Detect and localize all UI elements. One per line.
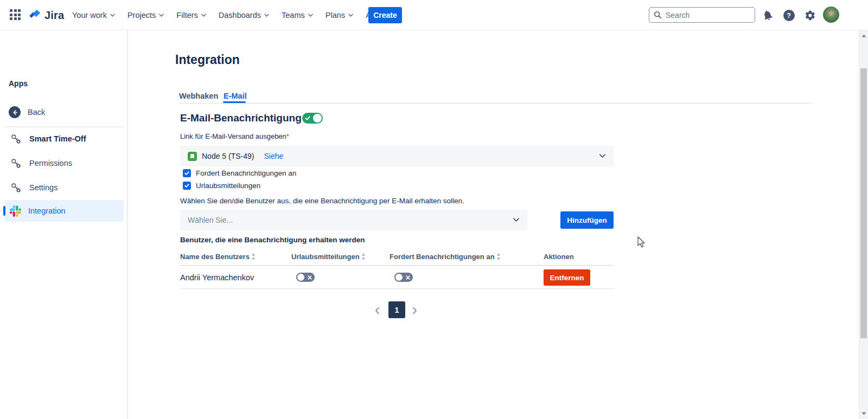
table-row-divider (180, 288, 614, 289)
vacation-toggle-off[interactable] (296, 273, 315, 282)
sidebar-item-settings[interactable]: slack-icon Settings (4, 177, 124, 198)
jira-logo[interactable]: Jira (28, 0, 64, 30)
tab-email[interactable]: E-Mail (224, 92, 247, 100)
sidebar-section-title: Apps (9, 79, 28, 88)
link-field-label: Link für E-Mail-Versand ausgeben* (180, 132, 289, 140)
key-gear-icon (10, 133, 22, 145)
checkbox-request-notifications[interactable]: Fordert Benachrichtigungen an (183, 169, 296, 177)
column-header-requests[interactable]: Fordert Benachrichtigungen an (390, 253, 501, 261)
sidebar-back-button[interactable]: Back (4, 104, 124, 120)
nav-item-your-work[interactable]: Your work (66, 8, 122, 23)
table-header-divider (180, 265, 614, 266)
email-notification-heading: E-Mail-Benachrichtigung (180, 112, 302, 124)
checkbox-checked-icon (183, 182, 191, 190)
page-title: Integration (175, 53, 240, 67)
sidebar-item-permissions[interactable]: Permissions (4, 152, 124, 174)
user-name-cell: Andrii Yermachenkov (180, 273, 254, 282)
user-avatar[interactable] (823, 7, 839, 23)
sort-icon (361, 253, 366, 260)
jira-logo-icon (28, 8, 42, 23)
chevron-down-icon (599, 154, 606, 159)
chevron-down-icon (308, 14, 314, 17)
sort-icon (251, 253, 256, 260)
active-item-indicator (3, 206, 5, 216)
email-notification-toggle[interactable] (302, 113, 323, 124)
apps-sidebar: Apps Back Smart Time-Off (0, 30, 128, 419)
column-header-vacation[interactable]: Urlaubsmitteilungen (291, 253, 366, 261)
sidebar-back-label: Back (28, 108, 45, 117)
user-select[interactable]: Wählen Sie... (180, 210, 527, 230)
add-user-button[interactable]: Hinzufügen (560, 211, 614, 229)
scrollbar-thumb[interactable] (860, 68, 867, 338)
nav-item-dashboards[interactable]: Dashboards (213, 8, 276, 23)
nav-item-plans[interactable]: Plans (320, 8, 360, 23)
app-switcher-icon[interactable] (10, 9, 22, 21)
story-icon (188, 152, 197, 161)
required-asterisk: * (286, 132, 289, 140)
check-icon (305, 115, 310, 121)
scrollbar-down-icon[interactable] (859, 409, 868, 418)
chevron-down-icon (201, 14, 207, 17)
sidebar-divider (4, 126, 124, 127)
search-input[interactable] (666, 11, 747, 20)
search-icon (654, 11, 662, 19)
sidebar-item-smart-time-off[interactable]: Smart Time-Off (4, 128, 124, 150)
pagination-next-icon[interactable] (408, 304, 421, 318)
nav-item-filters[interactable]: Filters (170, 8, 212, 23)
jira-integration-page: Jira Your work Projects Filters Dashboar… (0, 0, 868, 419)
settings-gear-icon[interactable] (802, 8, 818, 23)
nav-item-projects[interactable]: Projects (122, 8, 170, 23)
slack-icon (10, 205, 21, 217)
notifications-bell-icon[interactable] (760, 8, 775, 23)
chevron-down-icon (264, 14, 270, 17)
x-icon (308, 275, 312, 280)
tabs-divider (179, 103, 812, 104)
column-header-name[interactable]: Name des Benutzers (180, 253, 256, 261)
mouse-cursor (637, 236, 646, 248)
back-arrow-icon (9, 106, 21, 118)
search-box[interactable] (649, 7, 755, 23)
remove-user-button[interactable]: Entfernen (544, 269, 590, 286)
help-icon[interactable]: ? (781, 8, 796, 23)
tab-webhooks[interactable]: Webhaken (179, 92, 218, 100)
chevron-down-icon (513, 218, 520, 223)
sort-icon (496, 253, 501, 260)
vertical-scrollbar[interactable] (859, 30, 868, 419)
chevron-down-icon (348, 14, 354, 17)
link-select-value: Node 5 (TS-49) (202, 152, 254, 160)
chevron-down-icon (158, 14, 164, 17)
key-gear-icon (10, 157, 22, 170)
key-gear-icon (10, 182, 22, 194)
nav-item-teams[interactable]: Teams (276, 8, 320, 23)
recipients-table-title: Benutzer, die eine Benachrichtigung erha… (180, 236, 365, 244)
jira-logo-text: Jira (44, 9, 64, 22)
request-toggle-off[interactable] (394, 273, 413, 282)
user-select-label: Wählen Sie den/die Benutzer aus, die ein… (180, 197, 464, 205)
main-menu: Your work Projects Filters Dashboards Te… (66, 0, 398, 30)
pagination-prev-icon[interactable] (371, 304, 384, 318)
checkbox-checked-icon (183, 169, 191, 177)
sidebar-item-integration[interactable]: Integration (4, 200, 124, 222)
column-header-actions: Aktionen (544, 253, 574, 261)
pagination-page-1[interactable]: 1 (388, 301, 405, 318)
create-button[interactable]: Create (368, 7, 402, 23)
x-icon (406, 275, 410, 280)
user-select-placeholder: Wählen Sie... (188, 216, 233, 224)
see-link[interactable]: Siehe (264, 152, 283, 160)
scrollbar-up-icon[interactable] (859, 31, 868, 40)
top-navigation-bar: Jira Your work Projects Filters Dashboar… (0, 0, 868, 30)
link-select[interactable]: Node 5 (TS-49) Siehe (180, 146, 614, 166)
checkbox-vacation-notifications[interactable]: Urlaubsmitteilungen (183, 182, 260, 190)
chevron-down-icon (110, 14, 116, 17)
